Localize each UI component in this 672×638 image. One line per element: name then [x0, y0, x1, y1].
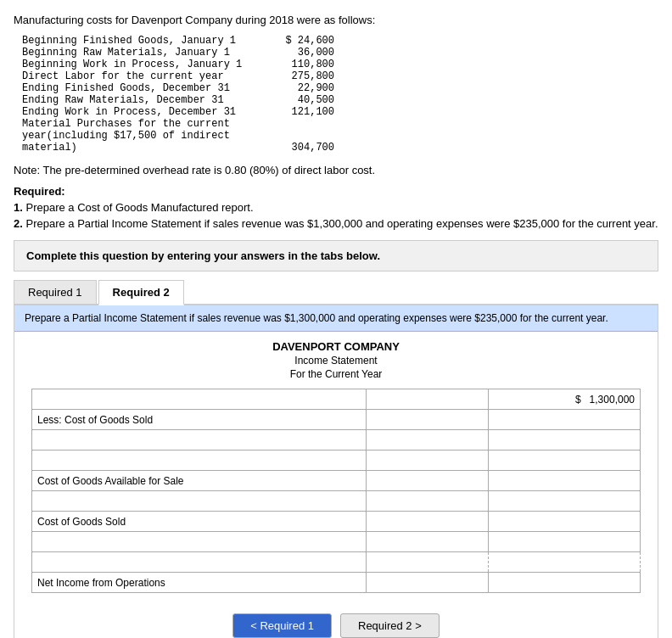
- row-input[interactable]: [372, 495, 482, 507]
- row-input-cell[interactable]: [367, 552, 488, 573]
- data-row: Beginning Work in Process, January 1 110…: [22, 59, 658, 70]
- row-input[interactable]: [372, 434, 482, 446]
- tab-required-2[interactable]: Required 2: [98, 280, 184, 305]
- row-input-cell[interactable]: [367, 471, 488, 491]
- required-item-1: 1. Prepare a Cost of Goods Manufactured …: [14, 201, 658, 214]
- table-row: [32, 451, 641, 471]
- row-label: [32, 532, 367, 552]
- report-company: DAVENPORT COMPANY: [31, 340, 641, 353]
- row-input[interactable]: [372, 455, 482, 467]
- required-section: Required: 1. Prepare a Cost of Goods Man…: [14, 185, 658, 230]
- report-container: DAVENPORT COMPANY Income Statement For t…: [14, 332, 658, 602]
- row-label: [32, 430, 367, 451]
- row-value: $ 1,300,000: [488, 389, 640, 410]
- required-item-2: 2. Prepare a Partial Income Statement if…: [14, 217, 658, 230]
- row-input-cell[interactable]: [367, 512, 488, 532]
- data-row: Material Purchases for the current: [22, 118, 658, 130]
- data-row: Direct Labor for the current year 275,80…: [22, 70, 658, 82]
- row-label: Cost of Goods Sold: [32, 512, 367, 532]
- tabs-row: Required 1 Required 2: [14, 280, 658, 305]
- data-label: material): [22, 142, 260, 154]
- row-label: Cost of Goods Available for Sale: [32, 471, 367, 491]
- row-input-cell[interactable]: [367, 451, 488, 471]
- report-period: For the Current Year: [31, 368, 641, 380]
- table-row: Cost of Goods Sold: [32, 512, 641, 532]
- row-input-cell[interactable]: [367, 389, 488, 410]
- table-row: [32, 552, 641, 573]
- row-value: [488, 512, 640, 532]
- row-label: [32, 552, 367, 573]
- data-value: 275,800: [266, 70, 334, 82]
- row-label: [32, 389, 367, 410]
- prev-button[interactable]: < Required 1: [232, 613, 332, 638]
- row-input[interactable]: [372, 557, 482, 568]
- data-row: Beginning Finished Goods, January 1 $ 24…: [22, 35, 658, 47]
- data-row: Ending Finished Goods, December 31 22,90…: [22, 82, 658, 94]
- row-input-cell[interactable]: [367, 532, 488, 552]
- row-input[interactable]: [372, 536, 482, 548]
- data-value: 36,000: [266, 47, 334, 59]
- next-button[interactable]: Required 2 >: [340, 613, 440, 638]
- table-row: [32, 532, 641, 552]
- data-value: $ 24,600: [266, 35, 334, 47]
- data-value: 22,900: [266, 82, 334, 94]
- table-row: $ 1,300,000: [32, 389, 641, 410]
- data-value: 121,100: [266, 106, 334, 118]
- data-row: year(including $17,500 of indirect: [22, 130, 658, 142]
- data-row: Beginning Raw Materials, January 1 36,00…: [22, 47, 658, 59]
- data-label: Ending Finished Goods, December 31: [22, 82, 260, 94]
- data-value: [266, 118, 334, 130]
- row-value: [488, 410, 640, 430]
- row-label-net-income: Net Income from Operations: [32, 573, 367, 593]
- row-value: [488, 491, 640, 512]
- row-value: [488, 532, 640, 552]
- row-input[interactable]: [372, 516, 482, 528]
- table-row: [32, 430, 641, 451]
- data-label: Direct Labor for the current year: [22, 70, 260, 82]
- data-label: Beginning Raw Materials, January 1: [22, 47, 260, 59]
- question-box: Complete this question by entering your …: [14, 240, 658, 271]
- row-input-cell[interactable]: [367, 410, 488, 430]
- data-value: 40,500: [266, 94, 334, 106]
- data-label: Ending Raw Materials, December 31: [22, 94, 260, 106]
- row-input-cell[interactable]: [367, 491, 488, 512]
- data-label: Beginning Work in Process, January 1: [22, 59, 260, 70]
- tabs-container: Required 1 Required 2 Prepare a Partial …: [14, 280, 658, 638]
- row-input[interactable]: [372, 414, 482, 426]
- data-value: 110,800: [266, 59, 334, 70]
- table-row: [32, 491, 641, 512]
- row-input-cell[interactable]: [367, 573, 488, 593]
- table-row: Cost of Goods Available for Sale: [32, 471, 641, 491]
- row-input[interactable]: [372, 577, 482, 589]
- row-value: [488, 451, 640, 471]
- row-value: [488, 573, 640, 593]
- tab-required-1[interactable]: Required 1: [14, 280, 97, 304]
- row-label: [32, 451, 367, 471]
- row-input[interactable]: [372, 394, 482, 406]
- data-label: Material Purchases for the current: [22, 118, 260, 130]
- row-input[interactable]: [372, 475, 482, 487]
- data-table: Beginning Finished Goods, January 1 $ 24…: [22, 35, 658, 154]
- nav-buttons: < Required 1 Required 2 >: [14, 602, 658, 638]
- row-input-cell[interactable]: [367, 430, 488, 451]
- report-title: Income Statement: [31, 355, 641, 367]
- data-value: [266, 130, 334, 142]
- data-row: Ending Work in Process, December 31 121,…: [22, 106, 658, 118]
- intro-text: Manufacturing costs for Davenport Compan…: [14, 14, 658, 26]
- row-value: [488, 552, 640, 573]
- data-label: Ending Work in Process, December 31: [22, 106, 260, 118]
- table-row: Less: Cost of Goods Sold: [32, 410, 641, 430]
- data-value: 304,700: [266, 142, 334, 154]
- tab-content: Prepare a Partial Income Statement if sa…: [14, 305, 658, 638]
- note-label: Note: The pre-determined overhead rate i…: [14, 164, 375, 176]
- data-row: Ending Raw Materials, December 31 40,500: [22, 94, 658, 106]
- row-label: [32, 491, 367, 512]
- table-row: Net Income from Operations: [32, 573, 641, 593]
- data-row: material) 304,700: [22, 142, 658, 154]
- instruction-bar: Prepare a Partial Income Statement if sa…: [14, 305, 658, 332]
- required-label: Required:: [14, 185, 658, 198]
- required-2-bold: 2.: [14, 217, 23, 230]
- income-table: $ 1,300,000 Less: Cost of Goods Sold: [31, 389, 641, 593]
- row-label: Less: Cost of Goods Sold: [32, 410, 367, 430]
- data-label: Beginning Finished Goods, January 1: [22, 35, 260, 47]
